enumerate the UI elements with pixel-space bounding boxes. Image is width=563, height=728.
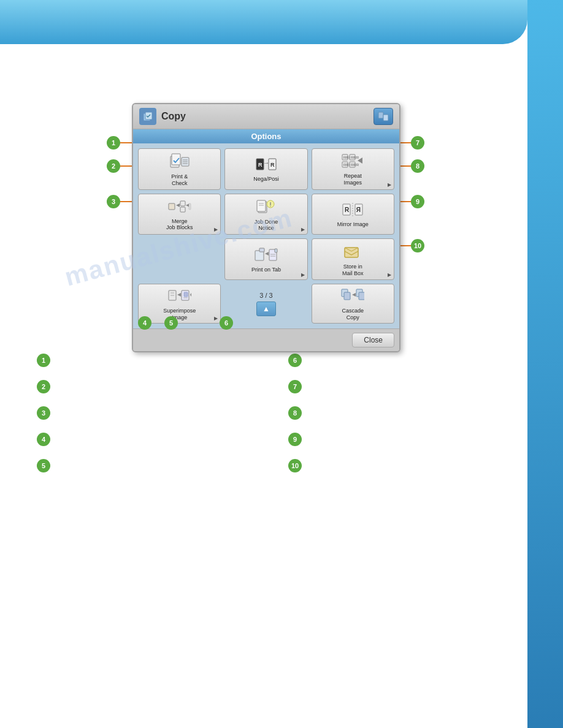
svg-text:R: R: [345, 207, 350, 213]
legend-dot-6: 6: [288, 354, 302, 367]
legend-item-8: 8: [288, 402, 515, 423]
superimpose-image-button[interactable]: SuperimposeImage ▶: [138, 284, 221, 324]
page-nav-area: 3 / 3 ▲: [224, 284, 307, 324]
svg-rect-5: [172, 154, 180, 165]
legend-dot-2: 2: [37, 380, 50, 393]
svg-text:R: R: [270, 162, 275, 168]
print-on-tab-arrow: ▶: [301, 272, 305, 278]
store-mail-box-label: Store inMail Box: [342, 264, 364, 277]
legend-item-1: 1: [37, 349, 264, 371]
nega-posi-icon: R → R: [255, 156, 277, 175]
print-on-tab-button[interactable]: Print on Tab ▶: [224, 238, 307, 280]
legend-area: 1 6 2 7 3 8 4 9 5 10: [37, 349, 515, 476]
nega-posi-label: Nega/Posi: [253, 176, 279, 183]
callout-dot-3: 3: [107, 195, 120, 208]
legend-item-2: 2: [37, 376, 264, 397]
legend-dot-10: 10: [288, 459, 302, 472]
legend-dot-8: 8: [288, 406, 302, 420]
store-mail-box-icon: [342, 243, 363, 262]
print-on-tab-icon: [255, 247, 278, 265]
dialog-footer: Close: [133, 328, 399, 351]
dialog-close-icon-btn[interactable]: [373, 108, 393, 125]
empty-slot-row2-col3: [138, 238, 221, 280]
dialog-titlebar: Copy: [133, 104, 399, 129]
svg-marker-55: [177, 293, 181, 297]
merge-job-blocks-label: MergeJob Blocks: [166, 218, 193, 232]
mirror-image-label: Mirror Image: [337, 221, 369, 228]
legend-dot-9: 9: [288, 433, 302, 446]
dialog-title: Copy: [161, 111, 186, 122]
callout-dot-7: 7: [411, 136, 424, 150]
print-check-label: Print &Check: [171, 173, 188, 187]
mirror-image-icon: R R: [342, 202, 364, 220]
svg-text:R: R: [258, 162, 262, 168]
svg-text:RRR: RRR: [351, 163, 359, 167]
svg-marker-44: [265, 252, 269, 256]
callout-dot-2: 2: [107, 159, 120, 173]
options-header: Options: [133, 129, 399, 143]
job-done-notice-label: Job DoneNotice: [255, 219, 278, 232]
svg-text:RRR: RRR: [351, 156, 359, 159]
svg-rect-64: [359, 292, 364, 300]
callout-dot-6: 6: [220, 316, 233, 330]
dialog-title-left: Copy: [139, 108, 186, 125]
legend-item-6: 6: [288, 349, 515, 371]
svg-marker-62: [352, 293, 356, 297]
job-done-notice-arrow: ▶: [301, 227, 305, 232]
superimpose-image-icon: [168, 288, 191, 306]
svg-marker-59: [190, 293, 191, 297]
callout-dot-9: 9: [411, 195, 424, 208]
legend-item-9: 9: [288, 428, 515, 450]
copy-dialog: Copy Options: [132, 103, 400, 352]
copy-icon: [139, 108, 156, 125]
svg-rect-29: [189, 203, 191, 210]
svg-rect-31: [257, 200, 266, 211]
cascade-copy-button[interactable]: CascadeCopy: [312, 284, 394, 324]
print-on-tab-label: Print on Tab: [251, 267, 281, 273]
svg-rect-2: [378, 112, 383, 118]
merge-job-blocks-arrow: ▶: [214, 227, 218, 232]
right-sidebar-bar: [527, 0, 563, 728]
callout-dot-5: 5: [164, 316, 178, 330]
svg-rect-26: [180, 201, 185, 206]
legend-dot-5: 5: [37, 459, 50, 472]
nega-posi-button[interactable]: R → R Nega/Posi: [224, 148, 307, 190]
svg-text:R: R: [356, 207, 361, 213]
svg-rect-43: [259, 248, 264, 252]
svg-rect-57: [184, 292, 188, 297]
repeat-images-arrow: ▶: [388, 182, 391, 188]
page-counter: 3 / 3: [259, 292, 272, 299]
job-done-notice-button[interactable]: Job DoneNotice ▶: [224, 194, 307, 235]
callout-dot-1: 1: [107, 136, 120, 150]
legend-dot-4: 4: [37, 433, 50, 446]
repeat-images-icon: RRR RRR RRR RRR: [342, 153, 364, 172]
cascade-copy-label: CascadeCopy: [342, 308, 364, 321]
callout-dot-10: 10: [411, 239, 424, 252]
print-check-icon: [169, 153, 190, 172]
top-header-bar: [0, 0, 527, 44]
legend-item-10: 10: [288, 455, 515, 476]
close-button[interactable]: Close: [352, 333, 394, 347]
print-check-button[interactable]: Print &Check: [138, 148, 221, 190]
svg-rect-46: [275, 249, 277, 252]
legend-dot-1: 1: [37, 354, 50, 367]
job-done-notice-icon: [256, 198, 277, 218]
svg-rect-24: [169, 203, 175, 210]
mirror-image-button[interactable]: R R Mirror Image: [312, 194, 394, 235]
store-mail-box-arrow: ▶: [388, 272, 391, 278]
legend-dot-7: 7: [288, 380, 302, 393]
merge-job-blocks-button[interactable]: MergeJob Blocks ▶: [138, 194, 221, 235]
merge-job-blocks-icon: [168, 199, 191, 217]
cascade-copy-icon: [341, 288, 364, 306]
options-grid: Print &Check R → R Nega/Posi RRR: [133, 143, 399, 328]
store-mail-box-button[interactable]: Store inMail Box ▶: [312, 238, 394, 280]
scroll-up-button[interactable]: ▲: [256, 301, 276, 316]
superimpose-image-arrow: ▶: [214, 316, 218, 321]
repeat-images-button[interactable]: RRR RRR RRR RRR RepeatImages ▶: [312, 148, 394, 190]
legend-item-5: 5: [37, 455, 264, 476]
svg-marker-25: [176, 203, 180, 207]
callout-dot-4: 4: [138, 316, 151, 330]
legend-item-4: 4: [37, 428, 264, 450]
svg-rect-61: [344, 292, 350, 300]
callout-dot-8: 8: [411, 159, 424, 173]
